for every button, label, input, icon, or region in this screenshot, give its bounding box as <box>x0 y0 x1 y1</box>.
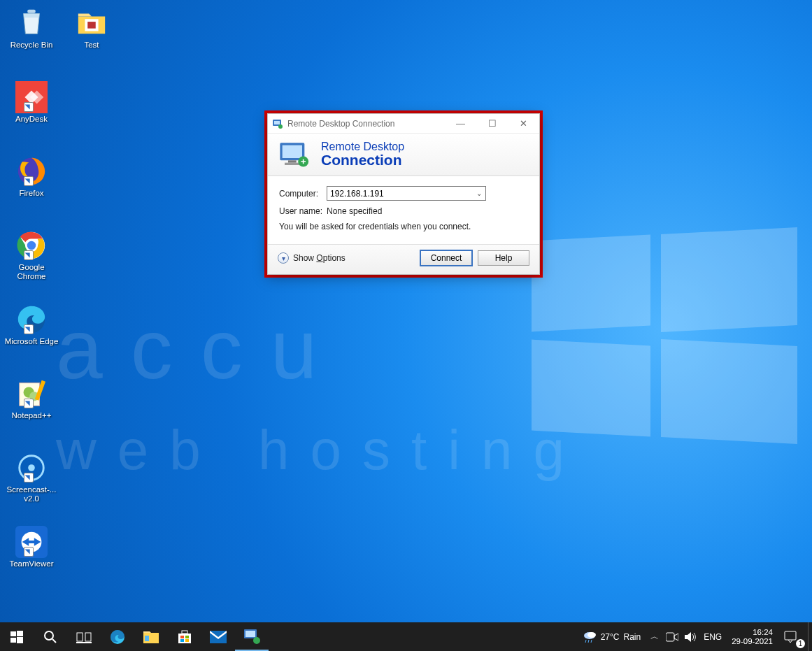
firefox-icon <box>15 155 48 187</box>
maximize-icon: ☐ <box>488 118 497 129</box>
taskbar-app-explorer[interactable] <box>134 622 168 651</box>
help-button[interactable]: Help <box>478 250 529 266</box>
svg-rect-51 <box>785 631 796 640</box>
taskbar-app-rdc[interactable] <box>235 622 269 651</box>
desktop[interactable]: accu web hosting Recycle Bin Test AnyDes… <box>0 0 812 651</box>
desktop-icon-label: AnyDesk <box>4 115 59 124</box>
search-button[interactable] <box>34 622 67 651</box>
remote-desktop-window[interactable]: Remote Desktop Connection — ☐ ✕ Remote D… <box>267 113 540 275</box>
username-label: User name: <box>279 206 327 216</box>
desktop-icon-chrome[interactable]: Google Chrome <box>4 229 59 281</box>
rdc-banner-text: Remote Desktop Connection <box>321 141 404 169</box>
connect-button[interactable]: Connect <box>420 250 472 266</box>
clock[interactable]: 16:24 29-09-2021 <box>726 622 778 651</box>
svg-point-28 <box>45 631 53 640</box>
action-center-button[interactable]: 1 <box>778 622 808 651</box>
desktop-icon-label: Screencast-... v2.0 <box>4 485 59 503</box>
rdc-banner-icon <box>278 141 313 169</box>
store-icon <box>177 629 192 645</box>
shortcut-arrow-icon <box>24 176 34 186</box>
volume-button[interactable] <box>681 622 699 651</box>
desktop-icon-recycle-bin[interactable]: Recycle Bin <box>4 7 59 50</box>
rdc-icon <box>243 629 260 644</box>
shortcut-arrow-icon <box>24 102 34 112</box>
svg-rect-36 <box>182 631 187 634</box>
desktop-icon-edge[interactable]: Microsoft Edge <box>4 303 59 346</box>
taskbar[interactable]: 27°C Rain ︿ ENG 16:24 29-09-2021 <box>0 622 812 651</box>
minimize-icon: — <box>456 118 465 129</box>
close-button[interactable]: ✕ <box>508 114 539 134</box>
weather-temp: 27°C <box>601 632 620 642</box>
volume-icon <box>684 631 697 643</box>
svg-point-44 <box>253 637 260 644</box>
taskbar-app-mail[interactable] <box>201 622 235 651</box>
maximize-button[interactable]: ☐ <box>476 114 508 134</box>
svg-rect-27 <box>17 637 23 643</box>
credentials-hint: You will be asked for credentials when y… <box>279 222 528 231</box>
edge-icon <box>15 303 48 336</box>
task-view-button[interactable] <box>67 622 101 651</box>
chevron-down-icon[interactable]: ⌄ <box>473 187 485 200</box>
svg-rect-30 <box>77 633 83 641</box>
show-desktop-button[interactable] <box>808 622 812 651</box>
svg-line-29 <box>52 639 56 643</box>
title-bar[interactable]: Remote Desktop Connection — ☐ ✕ <box>268 114 539 134</box>
task-view-icon <box>76 631 92 643</box>
windows-icon <box>10 631 23 643</box>
chevron-down-icon: ▾ <box>278 252 289 264</box>
shortcut-arrow-icon <box>24 324 34 334</box>
language-button[interactable]: ENG <box>699 622 726 651</box>
taskbar-app-edge[interactable] <box>101 622 134 651</box>
rdc-title-icon <box>272 118 283 129</box>
computer-combobox[interactable]: ⌄ <box>327 186 486 201</box>
minimize-button[interactable]: — <box>445 114 476 134</box>
desktop-icon-firefox[interactable]: Firefox <box>4 155 59 198</box>
svg-rect-43 <box>245 631 255 637</box>
desktop-icon-anydesk[interactable]: AnyDesk <box>4 81 59 124</box>
svg-rect-39 <box>180 639 184 642</box>
svg-rect-40 <box>185 639 189 642</box>
edge-icon <box>109 629 126 645</box>
desktop-icon-teamviewer[interactable]: TeamViewer <box>4 526 59 568</box>
svg-point-46 <box>587 632 596 638</box>
mail-icon <box>210 631 227 643</box>
desktop-icon-label: Recycle Bin <box>4 41 59 50</box>
svg-line-49 <box>591 640 592 643</box>
notification-icon <box>784 631 797 643</box>
clock-time: 16:24 <box>732 628 773 637</box>
start-button[interactable] <box>0 622 34 651</box>
desktop-icon-notepadpp[interactable]: Notepad++ <box>4 378 59 420</box>
desktop-icon-label: Google Chrome <box>4 263 59 281</box>
search-icon <box>43 630 57 644</box>
svg-line-48 <box>588 640 589 643</box>
desktop-icon-screencast[interactable]: Screencast-... v2.0 <box>4 452 59 503</box>
computer-input[interactable] <box>327 187 473 200</box>
username-value: None specified <box>327 206 382 216</box>
anydesk-icon <box>15 81 48 113</box>
svg-line-47 <box>585 640 586 643</box>
computer-label: Computer: <box>279 189 327 199</box>
rdc-highlight-frame: Remote Desktop Connection — ☐ ✕ Remote D… <box>264 110 543 278</box>
folder-icon <box>143 629 159 645</box>
desktop-icon-test-folder[interactable]: Test <box>64 7 119 50</box>
meet-now-button[interactable] <box>663 622 681 651</box>
svg-rect-20 <box>283 145 302 158</box>
svg-rect-38 <box>185 636 189 638</box>
taskbar-app-store[interactable] <box>168 622 201 651</box>
svg-rect-0 <box>27 10 36 13</box>
svg-point-18 <box>278 124 283 129</box>
svg-point-13 <box>28 464 35 471</box>
svg-rect-34 <box>145 636 149 641</box>
camera-icon <box>666 631 678 643</box>
system-tray: 27°C Rain ︿ ENG 16:24 29-09-2021 <box>577 622 812 651</box>
watermark: accu web hosting <box>56 301 585 482</box>
weather-icon <box>583 631 597 643</box>
windows-logo-bg <box>532 231 797 441</box>
svg-rect-37 <box>180 636 184 638</box>
show-options-button[interactable]: ▾ Show Options <box>278 252 346 264</box>
window-title: Remote Desktop Connection <box>287 119 445 129</box>
weather-widget[interactable]: 27°C Rain <box>577 622 647 651</box>
chrome-icon <box>15 229 48 262</box>
rdc-banner: Remote Desktop Connection <box>268 134 539 176</box>
tray-overflow-button[interactable]: ︿ <box>646 622 663 651</box>
